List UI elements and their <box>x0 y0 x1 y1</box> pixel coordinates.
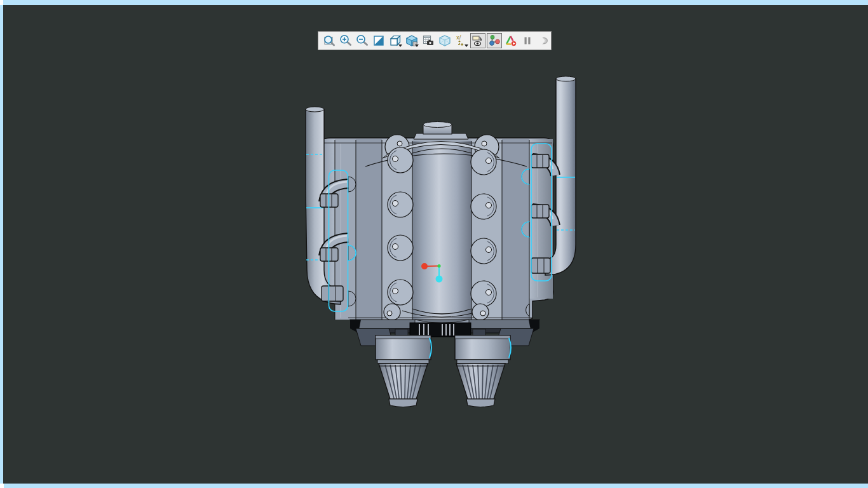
heads-up-toolbar: x/ <box>318 31 552 50</box>
move-component-button[interactable] <box>487 33 502 48</box>
frame-border-top <box>3 0 868 5</box>
pause-button[interactable] <box>520 33 535 48</box>
dropdown-arrow-icon <box>415 44 419 47</box>
frame-notch-topleft <box>0 0 3 5</box>
svg-text:x/: x/ <box>456 35 461 41</box>
frame-border-bottom <box>4 484 868 488</box>
view-orientation-button[interactable] <box>388 33 403 48</box>
section-view-button[interactable] <box>371 33 386 48</box>
engine-block[interactable] <box>320 122 553 322</box>
frame-notch-bottomleft <box>0 484 4 488</box>
application-window: x/ <box>0 0 868 488</box>
y-axis-handle <box>436 276 443 283</box>
image-capture-button[interactable] <box>421 33 436 48</box>
dropdown-arrow-icon <box>398 44 402 47</box>
glass-cube-icon <box>438 34 452 48</box>
record-button[interactable] <box>536 33 552 48</box>
zoom-to-fit-icon <box>322 34 336 48</box>
zoom-out-button[interactable] <box>355 33 370 48</box>
drive-belt[interactable] <box>410 323 471 337</box>
animation-triangle-icon <box>504 34 518 48</box>
x-axis-handle <box>421 263 428 269</box>
component-display-icon <box>471 34 485 48</box>
dropdown-arrow-icon <box>465 44 468 47</box>
display-style-button[interactable] <box>404 33 419 48</box>
supercharger-cylinder[interactable] <box>402 141 481 321</box>
record-disc-icon <box>537 34 551 48</box>
oil-fill-cap[interactable] <box>414 122 468 140</box>
perspective-view-button[interactable] <box>437 33 452 48</box>
zoom-out-icon <box>355 34 369 48</box>
right-intake[interactable] <box>455 336 511 407</box>
origin-point <box>437 264 440 268</box>
left-intake[interactable] <box>376 336 431 407</box>
play-animation-button[interactable] <box>503 33 519 48</box>
zoom-in-icon <box>339 34 353 48</box>
linkage-balls-icon <box>487 34 501 48</box>
image-capture-icon <box>421 34 435 48</box>
zoom-in-button[interactable] <box>338 33 353 48</box>
frame-border-left <box>0 5 3 484</box>
pause-icon <box>520 34 534 48</box>
graphics-viewport[interactable] <box>0 0 868 488</box>
hide-show-annotations-button[interactable]: x/ <box>454 33 469 48</box>
zoom-to-fit-button[interactable] <box>322 33 337 48</box>
component-display-button[interactable] <box>470 33 485 48</box>
section-view-icon <box>372 34 386 48</box>
